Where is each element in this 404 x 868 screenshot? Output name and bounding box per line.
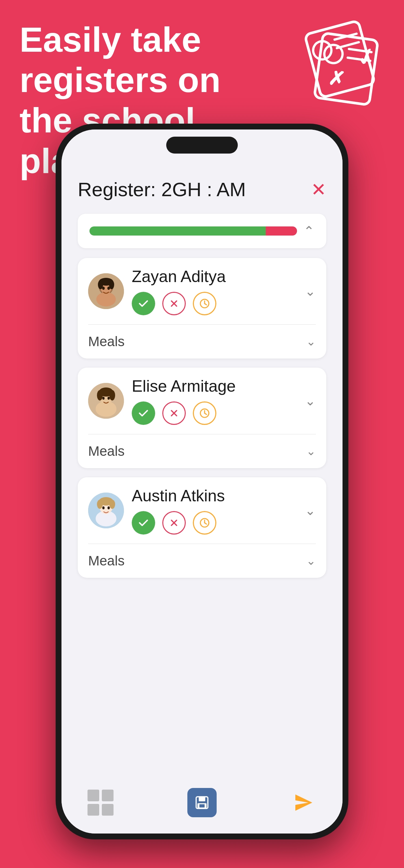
svg-point-30 xyxy=(102,397,105,400)
save-button[interactable] xyxy=(187,788,217,817)
svg-point-6 xyxy=(323,43,343,64)
student-name-austin: Austin Atkins xyxy=(132,486,297,505)
student-info-elise: Elise Armitage xyxy=(132,377,297,425)
student-info-zayan: Zayan Aditya xyxy=(132,267,297,315)
absent-button-austin[interactable] xyxy=(162,511,186,534)
svg-rect-53 xyxy=(199,804,205,807)
late-button-elise[interactable] xyxy=(193,401,216,425)
svg-point-29 xyxy=(109,390,115,401)
svg-point-28 xyxy=(97,390,103,401)
meals-row-elise[interactable]: Meals ⌄ xyxy=(78,434,326,468)
student-expand-austin[interactable]: ⌄ xyxy=(305,503,316,518)
meals-label-elise: Meals xyxy=(88,443,125,459)
meals-chevron-zayan: ⌄ xyxy=(306,335,316,348)
grid-dot-2 xyxy=(102,789,114,801)
svg-text:✗: ✗ xyxy=(327,67,346,91)
progress-red xyxy=(266,226,297,236)
meals-label-zayan: Meals xyxy=(88,334,125,349)
student-actions-elise xyxy=(132,401,297,425)
student-name-elise: Elise Armitage xyxy=(132,377,297,396)
svg-point-44 xyxy=(108,506,110,509)
svg-rect-51 xyxy=(199,797,205,801)
svg-line-36 xyxy=(205,413,207,414)
svg-marker-54 xyxy=(296,795,312,811)
svg-point-17 xyxy=(98,280,103,289)
student-expand-zayan[interactable]: ⌄ xyxy=(305,284,316,299)
svg-point-42 xyxy=(109,500,115,509)
student-name-zayan: Zayan Aditya xyxy=(132,267,297,286)
bottom-toolbar xyxy=(61,788,343,817)
dynamic-island xyxy=(166,137,238,154)
late-button-zayan[interactable] xyxy=(193,292,216,315)
student-actions-austin xyxy=(132,511,297,534)
svg-point-13 xyxy=(96,292,116,307)
svg-point-43 xyxy=(102,506,105,509)
grid-dot-1 xyxy=(88,789,99,801)
student-card-austin: Austin Atkins xyxy=(78,477,326,578)
svg-point-18 xyxy=(109,280,114,289)
student-header-elise: Elise Armitage xyxy=(78,368,326,434)
student-actions-zayan xyxy=(132,292,297,315)
late-button-austin[interactable] xyxy=(193,511,216,534)
svg-point-41 xyxy=(97,500,103,509)
decorative-icon: ✓ ✗ xyxy=(293,10,391,114)
present-button-austin[interactable] xyxy=(132,511,155,534)
avatar-zayan xyxy=(88,273,124,309)
student-info-austin: Austin Atkins xyxy=(132,486,297,534)
svg-point-31 xyxy=(108,397,110,400)
absent-button-elise[interactable] xyxy=(162,401,186,425)
screen-content: Register: 2GH : AM ✕ ⌃ xyxy=(61,162,343,834)
present-button-elise[interactable] xyxy=(132,401,155,425)
svg-line-23 xyxy=(205,304,207,305)
avatar-austin xyxy=(88,493,124,528)
student-card-elise: Elise Armitage xyxy=(78,368,326,468)
send-button[interactable] xyxy=(290,789,316,816)
meals-row-zayan[interactable]: Meals ⌄ xyxy=(78,325,326,359)
grid-dot-4 xyxy=(102,804,114,816)
svg-line-49 xyxy=(205,523,207,524)
meals-label-austin: Meals xyxy=(88,553,125,569)
progress-card: ⌃ xyxy=(78,214,326,248)
register-header: Register: 2GH : AM ✕ xyxy=(78,168,326,214)
close-button[interactable]: ✕ xyxy=(311,181,326,199)
avatar-elise xyxy=(88,383,124,419)
phone-frame: Register: 2GH : AM ✕ ⌃ xyxy=(56,124,348,839)
phone-screen: Register: 2GH : AM ✕ ⌃ xyxy=(61,129,343,834)
register-title: Register: 2GH : AM xyxy=(78,178,246,201)
grid-icon[interactable] xyxy=(88,789,114,816)
student-card-zayan: Zayan Aditya xyxy=(78,258,326,359)
student-header-austin: Austin Atkins xyxy=(78,477,326,544)
progress-chevron-icon[interactable]: ⌃ xyxy=(304,223,315,239)
student-expand-elise[interactable]: ⌄ xyxy=(305,393,316,408)
absent-button-zayan[interactable] xyxy=(162,292,186,315)
progress-bar xyxy=(89,226,297,236)
progress-green xyxy=(89,226,266,236)
meals-chevron-austin: ⌄ xyxy=(306,554,316,568)
meals-row-austin[interactable]: Meals ⌄ xyxy=(78,544,326,578)
meals-chevron-elise: ⌄ xyxy=(306,444,316,458)
student-header-zayan: Zayan Aditya xyxy=(78,258,326,324)
grid-dot-3 xyxy=(88,804,99,816)
present-button-zayan[interactable] xyxy=(132,292,155,315)
